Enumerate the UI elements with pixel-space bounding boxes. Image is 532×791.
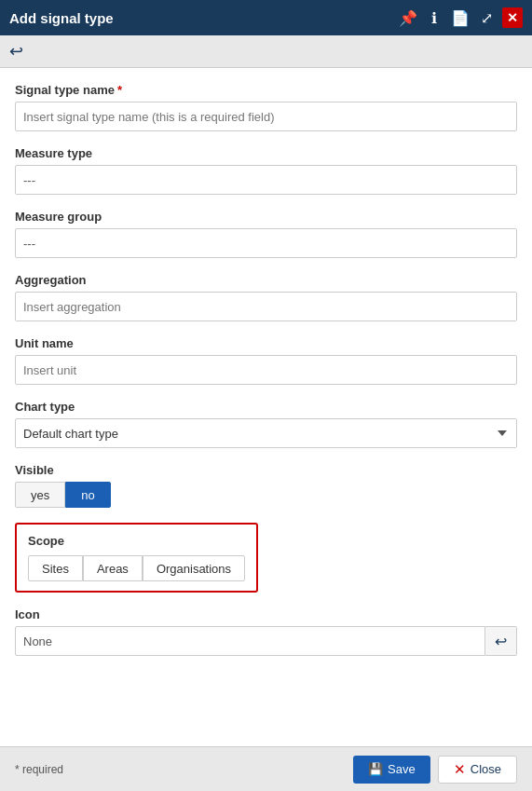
save-icon: 💾 <box>368 762 383 776</box>
save-button[interactable]: 💾 Save <box>353 756 430 784</box>
scope-buttons: Sites Areas Organisations <box>28 555 245 581</box>
footer-buttons: 💾 Save ✕ Close <box>353 756 517 784</box>
close-label: Close <box>471 762 501 776</box>
visible-no-button[interactable]: no <box>65 482 110 508</box>
scope-sites-button[interactable]: Sites <box>28 555 83 581</box>
scope-section: Scope Sites Areas Organisations <box>15 523 258 593</box>
icon-input[interactable] <box>15 626 485 656</box>
visible-yes-button[interactable]: yes <box>15 482 65 508</box>
close-button[interactable]: ✕ Close <box>438 756 517 784</box>
aggregation-label: Aggregation <box>15 273 517 287</box>
scope-areas-button[interactable]: Areas <box>83 555 143 581</box>
chart-type-select[interactable]: Default chart type Line Bar Pie <box>15 418 517 448</box>
window-title: Add signal type <box>9 10 114 26</box>
scope-label: Scope <box>28 534 245 548</box>
chart-type-label: Chart type <box>15 400 517 414</box>
measure-group-group: Measure group <box>15 210 517 258</box>
required-star: * <box>117 83 122 97</box>
measure-type-group: Measure type <box>15 146 517 195</box>
footer: * required 💾 Save ✕ Close <box>0 746 532 791</box>
visible-group: Visible yes no <box>15 463 517 508</box>
visible-buttons: yes no <box>15 482 517 508</box>
scope-organisations-button[interactable]: Organisations <box>143 555 245 581</box>
back-button[interactable]: ↩ <box>9 41 23 61</box>
form-content: Signal type name* Measure type Measure g… <box>0 68 532 746</box>
signal-type-name-label: Signal type name* <box>15 83 517 97</box>
icon-group: Icon ↩ <box>15 607 517 656</box>
doc-icon[interactable]: 📄 <box>450 7 471 28</box>
toolbar: ↩ <box>0 35 532 68</box>
info-icon[interactable]: ℹ <box>424 7 444 28</box>
visible-label: Visible <box>15 463 517 477</box>
required-text: * required <box>15 763 63 776</box>
icon-label: Icon <box>15 607 517 621</box>
pin-icon[interactable]: 📌 <box>398 7 418 28</box>
close-window-icon[interactable]: ✕ <box>502 7 523 28</box>
title-bar: Add signal type 📌 ℹ 📄 ⤢ ✕ <box>0 0 532 35</box>
save-label: Save <box>388 762 416 776</box>
close-icon: ✕ <box>454 761 466 778</box>
signal-type-name-group: Signal type name* <box>15 83 517 131</box>
measure-group-input[interactable] <box>15 228 517 258</box>
measure-type-input[interactable] <box>15 165 517 195</box>
aggregation-group: Aggregation <box>15 273 517 321</box>
aggregation-input[interactable] <box>15 292 517 321</box>
expand-icon[interactable]: ⤢ <box>476 7 497 28</box>
unit-name-group: Unit name <box>15 336 517 385</box>
signal-type-name-input[interactable] <box>15 102 517 131</box>
icon-reset-button[interactable]: ↩ <box>485 626 517 656</box>
unit-name-input[interactable] <box>15 355 517 385</box>
chart-type-group: Chart type Default chart type Line Bar P… <box>15 400 517 448</box>
icon-input-wrapper: ↩ <box>15 626 517 656</box>
window: Add signal type 📌 ℹ 📄 ⤢ ✕ ↩ Signal type … <box>0 0 532 791</box>
title-bar-icons: 📌 ℹ 📄 ⤢ ✕ <box>398 7 523 28</box>
measure-group-label: Measure group <box>15 210 517 224</box>
measure-type-label: Measure type <box>15 146 517 160</box>
unit-name-label: Unit name <box>15 336 517 350</box>
